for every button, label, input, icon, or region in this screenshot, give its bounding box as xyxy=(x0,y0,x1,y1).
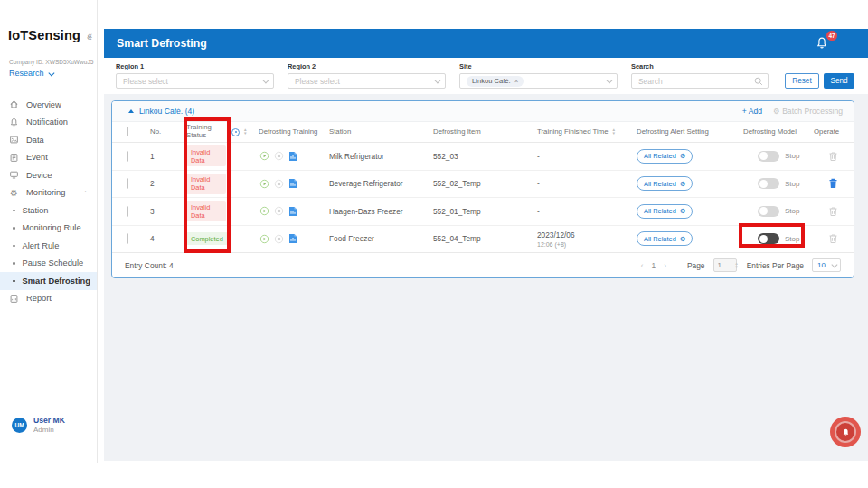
workspace-switcher[interactable]: Research xyxy=(9,69,97,78)
all-related-label: All Related xyxy=(644,152,676,160)
send-button[interactable]: Send xyxy=(824,73,854,89)
pager-prev-button[interactable]: ‹ xyxy=(641,261,644,270)
sidebar-item-notification[interactable]: Notification xyxy=(0,114,97,132)
col-training-status: Training Status xyxy=(179,124,226,140)
toggle-knob xyxy=(760,152,768,160)
stop-training-icon[interactable] xyxy=(274,206,284,216)
start-training-icon[interactable] xyxy=(259,234,269,244)
toggle-knob xyxy=(760,235,768,243)
station-name: Milk Refrigerator xyxy=(322,152,426,161)
training-record-icon[interactable] xyxy=(288,233,297,244)
col-defrosting-alert-setting: Defrosting Alert Setting xyxy=(629,128,736,136)
status-badge: Invalid Data xyxy=(186,145,226,166)
pager-next-button[interactable]: › xyxy=(664,261,666,270)
user-profile[interactable]: UM User MK Admin xyxy=(12,416,65,434)
bullet-icon xyxy=(13,280,15,283)
toggle-knob xyxy=(760,207,768,215)
filter-bar: Region 1 Please select Region 2 Please s… xyxy=(104,58,868,94)
page-stepper-icon[interactable]: ▲▼ xyxy=(735,262,739,268)
delete-icon[interactable] xyxy=(828,206,838,217)
entries-per-page-label: Entries Per Page xyxy=(747,261,804,270)
bell-icon xyxy=(9,117,19,127)
sidebar-item-overview[interactable]: Overview xyxy=(0,96,97,114)
company-id: Company ID: XWSD5XuWwuJ5 xyxy=(9,59,97,65)
all-related-button[interactable]: All Related⚙ xyxy=(637,149,693,164)
sidebar: IoTSensing « Company ID: XWSD5XuWwuJ5 Re… xyxy=(0,0,98,463)
col-operate: Operate xyxy=(812,128,854,136)
sidebar-item-pause-schedule[interactable]: Pause Schedule xyxy=(0,255,97,273)
sort-icon[interactable]: ▲▼ xyxy=(243,128,248,136)
page-header: Smart Defrosting 47 xyxy=(104,29,868,58)
panel-collapse-icon[interactable]: « xyxy=(87,33,92,42)
sidebar-item-event[interactable]: Event xyxy=(0,149,97,167)
start-training-icon[interactable] xyxy=(259,179,269,189)
delete-icon[interactable] xyxy=(828,151,838,162)
site-select[interactable]: Linkou Café. × xyxy=(459,73,618,89)
avatar: UM xyxy=(12,418,27,433)
status-filter-icon[interactable] xyxy=(231,128,240,136)
col-station: Station xyxy=(322,128,426,136)
add-button[interactable]: + Add xyxy=(742,107,762,116)
region2-label: Region 2 xyxy=(288,62,316,70)
training-record-icon[interactable] xyxy=(288,151,297,162)
tag-remove-icon[interactable]: × xyxy=(514,77,519,85)
page-number-input[interactable] xyxy=(713,258,737,272)
all-related-button[interactable]: All Related⚙ xyxy=(637,204,693,219)
report-icon xyxy=(9,294,19,304)
row-checkbox[interactable] xyxy=(127,151,128,162)
sidebar-item-smart-defrosting[interactable]: Smart Defrosting xyxy=(0,272,97,290)
delete-icon[interactable] xyxy=(828,178,838,189)
defrosting-model-toggle[interactable] xyxy=(758,151,779,162)
row-checkbox[interactable] xyxy=(127,233,128,244)
select-all-checkbox[interactable] xyxy=(127,127,128,136)
workspace-label: Research xyxy=(9,69,44,78)
entry-count: Entry Count: 4 xyxy=(125,261,174,270)
sidebar-menu: Overview Notification Data Event Device … xyxy=(0,96,97,307)
notification-bell-button[interactable]: 47 xyxy=(816,36,830,51)
batch-processing-button[interactable]: ⚙ Batch Processing xyxy=(773,107,843,116)
region2-select[interactable]: Please select xyxy=(288,73,446,89)
chevron-down-icon xyxy=(48,70,53,75)
training-finished-date: 2023/12/06 xyxy=(537,230,629,239)
monitor-icon xyxy=(9,170,19,180)
col-defrosting-model: Defrosting Model xyxy=(736,128,812,136)
row-checkbox[interactable] xyxy=(127,178,128,189)
defrosting-model-toggle[interactable] xyxy=(758,206,779,217)
stop-training-icon[interactable] xyxy=(274,151,284,161)
alarm-fab-button[interactable] xyxy=(830,417,861,447)
region1-select[interactable]: Please select xyxy=(116,73,274,89)
site-group-toggle[interactable]: Linkou Café. (4) xyxy=(128,107,194,116)
bullet-icon xyxy=(13,210,15,212)
stop-training-icon[interactable] xyxy=(274,179,284,189)
reset-button[interactable]: Reset xyxy=(785,73,819,89)
app-logo: IoTSensing xyxy=(8,28,80,42)
sort-icon[interactable]: ▲▼ xyxy=(612,128,617,136)
row-checkbox[interactable] xyxy=(127,206,128,217)
entries-per-page-select[interactable]: 10 xyxy=(812,258,841,272)
sidebar-item-monitoring[interactable]: ⚙ Monitoring ⌃ xyxy=(0,184,97,202)
start-training-icon[interactable] xyxy=(259,151,269,161)
sidebar-item-station[interactable]: Station xyxy=(0,202,97,220)
sidebar-item-report[interactable]: Report xyxy=(0,290,97,308)
site-tag-label: Linkou Café. xyxy=(472,77,511,85)
all-related-button[interactable]: All Related⚙ xyxy=(637,231,693,246)
defrosting-model-toggle[interactable] xyxy=(758,233,779,244)
stop-training-icon[interactable] xyxy=(274,234,284,244)
sidebar-item-alert-rule[interactable]: Alert Rule xyxy=(0,237,97,255)
training-record-icon[interactable] xyxy=(288,178,297,189)
all-related-button[interactable]: All Related⚙ xyxy=(637,176,693,191)
start-training-icon[interactable] xyxy=(259,206,269,216)
sidebar-item-device[interactable]: Device xyxy=(0,166,97,184)
sidebar-item-data[interactable]: Data xyxy=(0,131,97,149)
sidebar-item-monitoring-rule[interactable]: Monitoring Rule xyxy=(0,220,97,238)
defrosting-model-toggle[interactable] xyxy=(758,178,779,189)
delete-icon[interactable] xyxy=(828,233,838,244)
row-no: 4 xyxy=(143,234,179,243)
card-header: Linkou Café. (4) + Add ⚙ Batch Processin… xyxy=(112,101,854,122)
pager-page-1[interactable]: 1 xyxy=(652,261,656,270)
row-no: 2 xyxy=(143,179,179,188)
chevron-down-icon xyxy=(434,78,439,83)
training-record-icon[interactable] xyxy=(288,206,297,217)
search-input[interactable] xyxy=(631,73,769,89)
table-row: 2 Invalid Data Beverage Refrigerator 552… xyxy=(112,171,854,199)
